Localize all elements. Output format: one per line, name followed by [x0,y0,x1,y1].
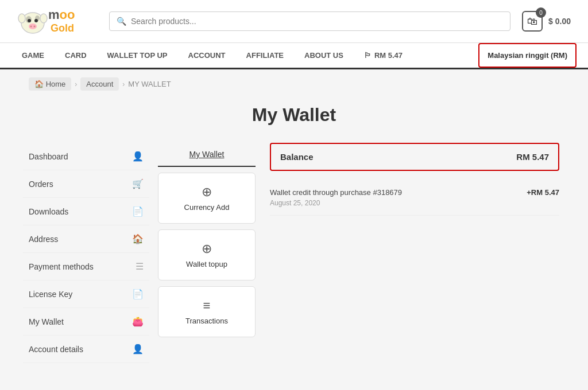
transaction-amount: +RM 5.47 [527,188,559,197]
breadcrumb-sep-1: › [75,80,77,88]
cart-icon: 🛍 [527,15,537,28]
transactions-card[interactable]: ≡ Transactions [158,286,256,337]
header: moo Gold 🔍 🛍 0 $ 0.00 [0,0,588,43]
transactions-label: Transactions [170,317,243,325]
breadcrumb-home[interactable]: 🏠 Home [29,77,71,91]
sidebar-item-license-key[interactable]: License Key 📄 [23,280,149,308]
nav-wallet-top-up[interactable]: WALLET TOP UP [97,43,178,69]
currency-add-icon: ⊕ [170,185,243,200]
wallet-panel: My Wallet ⊕ Currency Add ⊕ Wallet topup … [149,143,264,363]
nav-account[interactable]: ACCOUNT [178,43,236,69]
payment-icon: ☰ [136,261,144,272]
svg-point-1 [18,14,25,23]
transaction-item: Wallet credit through purchase #318679 +… [270,180,559,216]
cart-button[interactable]: 🛍 0 [522,11,543,32]
svg-point-5 [28,19,31,22]
cart-badge: 0 [536,7,546,18]
logo[interactable]: moo Gold [17,6,98,37]
balance-amount: RM 5.47 [516,152,549,162]
nav-affiliate[interactable]: AFFILIATE [236,43,294,69]
transactions-icon: ≡ [170,298,243,313]
sidebar-item-payment-methods[interactable]: Payment methods ☰ [23,253,149,280]
balance-panel: Balance RM 5.47 Wallet credit through pu… [264,143,565,363]
account-icon: 👤 [132,344,144,354]
search-bar[interactable]: 🔍 [109,11,510,31]
svg-point-7 [29,24,37,29]
breadcrumb-current: MY WALLET [128,80,171,88]
breadcrumb-sep-2: › [122,80,125,88]
currency-add-card[interactable]: ⊕ Currency Add [158,173,256,224]
sidebar-item-my-wallet[interactable]: My Wallet 👛 [23,308,149,336]
orders-icon: 🛒 [132,178,144,189]
address-icon: 🏠 [132,233,144,244]
wallet-topup-icon: ⊕ [170,241,243,256]
balance-row: Balance RM 5.47 [270,143,559,171]
wallet-topup-card[interactable]: ⊕ Wallet topup [158,229,256,280]
nav-game[interactable]: GAME [11,43,55,69]
home-icon: 🏠 [34,80,44,88]
flag-icon: 🏳 [364,51,372,60]
wallet-topup-label: Wallet topup [170,260,243,268]
cart-area: 🛍 0 $ 0.00 [522,11,571,32]
sidebar-item-address[interactable]: Address 🏠 [23,225,149,253]
nav-card[interactable]: CARD [55,43,97,69]
logo-icon [17,6,48,37]
svg-point-6 [34,19,38,22]
cart-price: $ 0.00 [548,17,571,26]
license-icon: 📄 [132,288,144,299]
my-wallet-tab[interactable]: My Wallet [158,143,256,167]
wallet-icon: 👛 [132,316,144,327]
sidebar-item-account-details[interactable]: Account details 👤 [23,336,149,363]
balance-label: Balance [280,152,314,162]
dashboard-icon: 👤 [132,151,144,162]
svg-point-8 [30,26,32,28]
transaction-top: Wallet credit through purchase #318679 +… [270,188,559,197]
nav-rm-balance[interactable]: 🏳 RM 5.47 [354,43,413,69]
main-content: Dashboard 👤 Orders 🛒 Downloads 📄 Address… [0,143,588,386]
sidebar-item-downloads[interactable]: Downloads 📄 [23,198,149,225]
page-title: My Wallet [0,104,588,126]
svg-point-2 [40,14,47,23]
transaction-date: August 25, 2020 [270,199,559,207]
downloads-icon: 📄 [132,206,144,217]
transaction-description: Wallet credit through purchase #318679 [270,188,402,197]
nav-currency-selector[interactable]: Malaysian ringgit (RM) [478,43,577,68]
nav-about-us[interactable]: ABOUT US [294,43,354,69]
svg-point-9 [34,26,36,28]
breadcrumb: 🏠 Home › Account › MY WALLET [0,69,588,99]
search-icon: 🔍 [117,17,126,26]
sidebar-item-dashboard[interactable]: Dashboard 👤 [23,143,149,170]
sidebar-item-orders[interactable]: Orders 🛒 [23,170,149,198]
search-input[interactable] [131,17,503,26]
breadcrumb-account[interactable]: Account [80,77,119,91]
sidebar: Dashboard 👤 Orders 🛒 Downloads 📄 Address… [23,143,149,363]
nav: GAME CARD WALLET TOP UP ACCOUNT AFFILIAT… [0,43,588,69]
currency-add-label: Currency Add [170,203,243,212]
